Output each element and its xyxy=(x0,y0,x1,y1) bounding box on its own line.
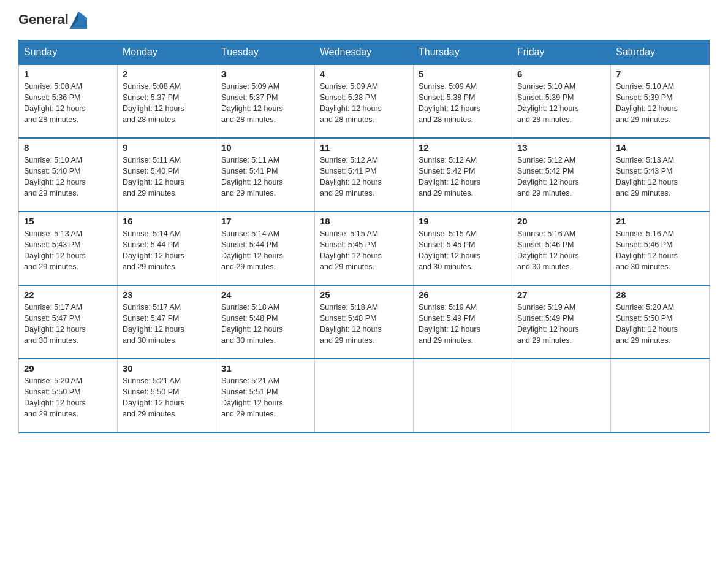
calendar-cell: 7 Sunrise: 5:10 AMSunset: 5:39 PMDayligh… xyxy=(611,64,710,138)
calendar-cell: 3 Sunrise: 5:09 AMSunset: 5:37 PMDayligh… xyxy=(216,64,315,138)
day-number: 6 xyxy=(517,69,605,79)
calendar-week-row: 8 Sunrise: 5:10 AMSunset: 5:40 PMDayligh… xyxy=(19,138,710,212)
day-info: Sunrise: 5:13 AMSunset: 5:43 PMDaylight:… xyxy=(616,155,704,199)
day-number: 20 xyxy=(517,216,605,226)
calendar-cell: 23 Sunrise: 5:17 AMSunset: 5:47 PMDaylig… xyxy=(118,285,216,359)
calendar-week-row: 29 Sunrise: 5:20 AMSunset: 5:50 PMDaylig… xyxy=(19,359,710,432)
day-number: 3 xyxy=(221,69,309,79)
day-info: Sunrise: 5:11 AMSunset: 5:40 PMDaylight:… xyxy=(123,155,211,199)
logo: General xyxy=(18,12,87,29)
day-info: Sunrise: 5:10 AMSunset: 5:39 PMDaylight:… xyxy=(517,81,605,126)
calendar-cell: 9 Sunrise: 5:11 AMSunset: 5:40 PMDayligh… xyxy=(118,138,216,212)
day-info: Sunrise: 5:09 AMSunset: 5:38 PMDaylight:… xyxy=(320,81,408,126)
calendar-cell: 26 Sunrise: 5:19 AMSunset: 5:49 PMDaylig… xyxy=(414,285,512,359)
day-info: Sunrise: 5:09 AMSunset: 5:38 PMDaylight:… xyxy=(419,81,507,126)
col-header-saturday: Saturday xyxy=(611,40,710,64)
page-header: General xyxy=(18,12,710,29)
calendar-cell: 25 Sunrise: 5:18 AMSunset: 5:48 PMDaylig… xyxy=(315,285,414,359)
day-info: Sunrise: 5:10 AMSunset: 5:40 PMDaylight:… xyxy=(24,155,112,199)
day-info: Sunrise: 5:19 AMSunset: 5:49 PMDaylight:… xyxy=(419,302,507,347)
calendar-cell: 11 Sunrise: 5:12 AMSunset: 5:41 PMDaylig… xyxy=(315,138,414,212)
calendar-week-row: 1 Sunrise: 5:08 AMSunset: 5:36 PMDayligh… xyxy=(19,64,710,138)
day-number: 1 xyxy=(24,69,112,79)
day-number: 26 xyxy=(419,289,507,300)
calendar-cell: 6 Sunrise: 5:10 AMSunset: 5:39 PMDayligh… xyxy=(512,64,611,138)
day-info: Sunrise: 5:12 AMSunset: 5:42 PMDaylight:… xyxy=(419,155,507,199)
day-info: Sunrise: 5:09 AMSunset: 5:37 PMDaylight:… xyxy=(221,81,309,126)
calendar-cell: 27 Sunrise: 5:19 AMSunset: 5:49 PMDaylig… xyxy=(512,285,611,359)
day-number: 10 xyxy=(221,142,309,153)
calendar-cell: 31 Sunrise: 5:21 AMSunset: 5:51 PMDaylig… xyxy=(216,359,315,432)
col-header-monday: Monday xyxy=(118,40,216,64)
day-number: 25 xyxy=(320,289,408,300)
day-info: Sunrise: 5:16 AMSunset: 5:46 PMDaylight:… xyxy=(616,228,704,273)
day-number: 19 xyxy=(419,216,507,226)
day-number: 24 xyxy=(221,289,309,300)
calendar-cell: 14 Sunrise: 5:13 AMSunset: 5:43 PMDaylig… xyxy=(611,138,710,212)
day-number: 21 xyxy=(616,216,704,226)
day-number: 28 xyxy=(616,289,704,300)
day-number: 27 xyxy=(517,289,605,300)
day-info: Sunrise: 5:08 AMSunset: 5:37 PMDaylight:… xyxy=(123,81,211,126)
day-number: 30 xyxy=(123,363,211,373)
calendar-cell: 12 Sunrise: 5:12 AMSunset: 5:42 PMDaylig… xyxy=(414,138,512,212)
day-number: 5 xyxy=(419,69,507,79)
calendar-cell: 13 Sunrise: 5:12 AMSunset: 5:42 PMDaylig… xyxy=(512,138,611,212)
calendar-cell: 15 Sunrise: 5:13 AMSunset: 5:43 PMDaylig… xyxy=(19,212,118,285)
col-header-friday: Friday xyxy=(512,40,611,64)
calendar-cell: 16 Sunrise: 5:14 AMSunset: 5:44 PMDaylig… xyxy=(118,212,216,285)
day-number: 17 xyxy=(221,216,309,226)
calendar-cell xyxy=(611,359,710,432)
calendar-cell: 30 Sunrise: 5:21 AMSunset: 5:50 PMDaylig… xyxy=(118,359,216,432)
day-number: 22 xyxy=(24,289,112,300)
col-header-tuesday: Tuesday xyxy=(216,40,315,64)
day-info: Sunrise: 5:12 AMSunset: 5:42 PMDaylight:… xyxy=(517,155,605,199)
calendar-cell xyxy=(315,359,414,432)
calendar-cell: 20 Sunrise: 5:16 AMSunset: 5:46 PMDaylig… xyxy=(512,212,611,285)
day-number: 16 xyxy=(123,216,211,226)
day-number: 7 xyxy=(616,69,704,79)
day-info: Sunrise: 5:17 AMSunset: 5:47 PMDaylight:… xyxy=(123,302,211,347)
col-header-thursday: Thursday xyxy=(414,40,512,64)
day-number: 8 xyxy=(24,142,112,153)
logo-text-general: General xyxy=(18,12,69,27)
calendar-cell: 21 Sunrise: 5:16 AMSunset: 5:46 PMDaylig… xyxy=(611,212,710,285)
calendar-cell xyxy=(414,359,512,432)
calendar-cell: 10 Sunrise: 5:11 AMSunset: 5:41 PMDaylig… xyxy=(216,138,315,212)
day-info: Sunrise: 5:11 AMSunset: 5:41 PMDaylight:… xyxy=(221,155,309,199)
day-info: Sunrise: 5:18 AMSunset: 5:48 PMDaylight:… xyxy=(221,302,309,347)
calendar-cell: 28 Sunrise: 5:20 AMSunset: 5:50 PMDaylig… xyxy=(611,285,710,359)
calendar-cell: 17 Sunrise: 5:14 AMSunset: 5:44 PMDaylig… xyxy=(216,212,315,285)
day-info: Sunrise: 5:21 AMSunset: 5:50 PMDaylight:… xyxy=(123,375,211,420)
day-number: 13 xyxy=(517,142,605,153)
calendar-cell: 5 Sunrise: 5:09 AMSunset: 5:38 PMDayligh… xyxy=(414,64,512,138)
day-info: Sunrise: 5:18 AMSunset: 5:48 PMDaylight:… xyxy=(320,302,408,347)
col-header-wednesday: Wednesday xyxy=(315,40,414,64)
day-number: 31 xyxy=(221,363,309,373)
calendar-table: SundayMondayTuesdayWednesdayThursdayFrid… xyxy=(18,40,710,433)
day-number: 12 xyxy=(419,142,507,153)
calendar-cell: 4 Sunrise: 5:09 AMSunset: 5:38 PMDayligh… xyxy=(315,64,414,138)
day-info: Sunrise: 5:13 AMSunset: 5:43 PMDaylight:… xyxy=(24,228,112,273)
day-info: Sunrise: 5:14 AMSunset: 5:44 PMDaylight:… xyxy=(221,228,309,273)
calendar-week-row: 15 Sunrise: 5:13 AMSunset: 5:43 PMDaylig… xyxy=(19,212,710,285)
calendar-cell: 19 Sunrise: 5:15 AMSunset: 5:45 PMDaylig… xyxy=(414,212,512,285)
calendar-week-row: 22 Sunrise: 5:17 AMSunset: 5:47 PMDaylig… xyxy=(19,285,710,359)
calendar-cell: 2 Sunrise: 5:08 AMSunset: 5:37 PMDayligh… xyxy=(118,64,216,138)
day-info: Sunrise: 5:17 AMSunset: 5:47 PMDaylight:… xyxy=(24,302,112,347)
calendar-cell: 24 Sunrise: 5:18 AMSunset: 5:48 PMDaylig… xyxy=(216,285,315,359)
day-info: Sunrise: 5:19 AMSunset: 5:49 PMDaylight:… xyxy=(517,302,605,347)
col-header-sunday: Sunday xyxy=(19,40,118,64)
calendar-cell: 22 Sunrise: 5:17 AMSunset: 5:47 PMDaylig… xyxy=(19,285,118,359)
day-number: 29 xyxy=(24,363,112,373)
day-number: 23 xyxy=(123,289,211,300)
day-info: Sunrise: 5:10 AMSunset: 5:39 PMDaylight:… xyxy=(616,81,704,126)
day-number: 4 xyxy=(320,69,408,79)
day-info: Sunrise: 5:14 AMSunset: 5:44 PMDaylight:… xyxy=(123,228,211,273)
logo-icon xyxy=(70,12,87,29)
day-number: 2 xyxy=(123,69,211,79)
day-info: Sunrise: 5:21 AMSunset: 5:51 PMDaylight:… xyxy=(221,375,309,420)
calendar-cell: 1 Sunrise: 5:08 AMSunset: 5:36 PMDayligh… xyxy=(19,64,118,138)
day-info: Sunrise: 5:16 AMSunset: 5:46 PMDaylight:… xyxy=(517,228,605,273)
day-info: Sunrise: 5:15 AMSunset: 5:45 PMDaylight:… xyxy=(419,228,507,273)
